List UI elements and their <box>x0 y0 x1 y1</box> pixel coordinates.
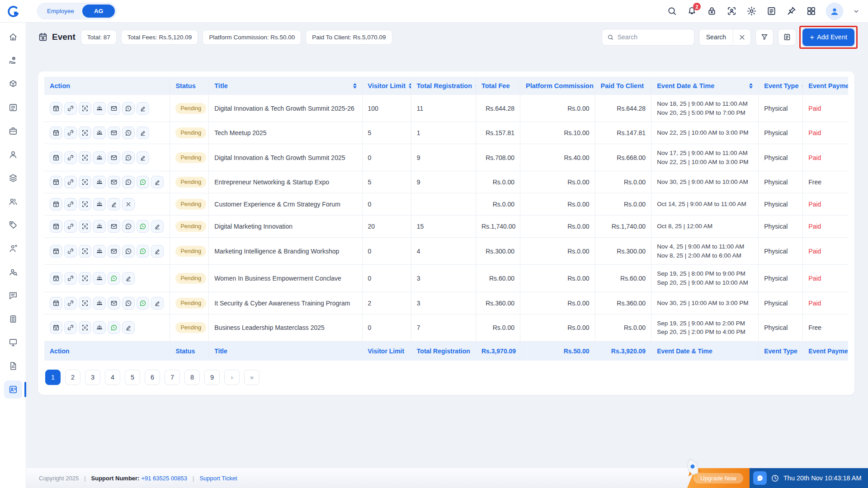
sidebar-item-orders[interactable] <box>4 99 22 117</box>
link-action-button[interactable] <box>64 245 77 258</box>
chevron-down-icon[interactable] <box>853 8 860 15</box>
edit-action-button[interactable] <box>122 321 135 334</box>
chat-icon[interactable] <box>753 471 767 485</box>
link-action-button[interactable] <box>64 127 77 139</box>
edit-action-button[interactable] <box>108 198 120 211</box>
mail-action-button[interactable] <box>108 127 120 139</box>
edit-action-button[interactable] <box>137 102 149 115</box>
role-toggle[interactable]: Employee AG <box>37 3 117 19</box>
audience-action-button[interactable] <box>93 321 106 334</box>
whatsapp-action-button[interactable] <box>122 176 135 188</box>
page-6[interactable]: 6 <box>145 370 160 385</box>
audience-action-button[interactable] <box>93 245 106 258</box>
link-action-button[interactable] <box>64 198 77 211</box>
whatsapp-green-action-button[interactable] <box>137 245 149 258</box>
close-action-button[interactable] <box>122 198 135 211</box>
edit-action-button[interactable] <box>122 272 135 285</box>
face-scan-icon[interactable] <box>726 6 737 16</box>
calendar-action-button[interactable] <box>50 127 62 139</box>
qr-action-button[interactable] <box>79 198 91 211</box>
calendar-action-button[interactable] <box>50 297 62 310</box>
add-event-button[interactable]: + Add Event <box>802 28 854 46</box>
qr-action-button[interactable] <box>79 102 91 115</box>
whatsapp-action-button[interactable] <box>122 127 135 139</box>
edit-action-button[interactable] <box>137 127 149 139</box>
role-employee[interactable]: Employee <box>39 5 82 17</box>
whatsapp-green-action-button[interactable] <box>108 321 120 334</box>
sort-icon[interactable] <box>749 83 753 89</box>
audience-action-button[interactable] <box>93 127 106 139</box>
edit-action-button[interactable] <box>151 220 164 233</box>
role-ag[interactable]: AG <box>82 5 115 18</box>
audience-action-button[interactable] <box>93 272 106 285</box>
pin-icon[interactable] <box>786 6 797 16</box>
mail-action-button[interactable] <box>108 245 120 258</box>
sidebar-item-products[interactable] <box>4 75 22 93</box>
qr-action-button[interactable] <box>79 176 91 188</box>
edit-action-button[interactable] <box>137 151 149 164</box>
calendar-action-button[interactable] <box>50 321 62 334</box>
page-8[interactable]: 8 <box>184 370 200 385</box>
support-number-link[interactable]: +91 63525 00853 <box>141 475 187 482</box>
link-action-button[interactable] <box>64 272 77 285</box>
search-icon[interactable] <box>667 6 677 16</box>
sidebar-item-kiosk[interactable] <box>4 333 22 352</box>
sidebar-item-customers[interactable] <box>4 145 22 164</box>
page-3[interactable]: 3 <box>85 370 100 385</box>
link-action-button[interactable] <box>64 297 77 310</box>
col-header-title[interactable]: Title <box>209 77 362 95</box>
qr-action-button[interactable] <box>79 245 91 258</box>
sidebar-item-pos[interactable] <box>4 310 22 328</box>
sidebar-item-jobs[interactable] <box>4 122 22 140</box>
calendar-action-button[interactable] <box>50 151 62 164</box>
audience-action-button[interactable] <box>93 102 106 115</box>
search-button[interactable]: Search <box>699 29 733 45</box>
mail-action-button[interactable] <box>108 151 120 164</box>
whatsapp-action-button[interactable] <box>122 297 135 310</box>
notes-icon[interactable] <box>766 6 777 16</box>
audience-action-button[interactable] <box>93 297 106 310</box>
col-header-event_type[interactable]: Event Type <box>759 77 803 95</box>
page-7[interactable]: 7 <box>165 370 180 385</box>
mail-action-button[interactable] <box>108 176 120 188</box>
audience-action-button[interactable] <box>93 176 106 188</box>
sidebar-item-staff[interactable] <box>4 239 22 258</box>
next-page-button[interactable]: › <box>224 370 240 385</box>
col-header-total_registration[interactable]: Total Registration <box>411 77 476 95</box>
qr-action-button[interactable] <box>79 127 91 139</box>
whatsapp-action-button[interactable] <box>122 220 135 233</box>
app-logo-icon[interactable] <box>0 5 26 18</box>
filter-button[interactable] <box>755 29 774 46</box>
whatsapp-action-button[interactable] <box>122 151 135 164</box>
mail-action-button[interactable] <box>108 297 120 310</box>
sidebar-item-employees[interactable] <box>4 192 22 211</box>
mail-action-button[interactable] <box>108 102 120 115</box>
support-ticket-link[interactable]: Support Ticket <box>199 475 237 482</box>
page-1[interactable]: 1 <box>45 370 61 385</box>
edit-action-button[interactable] <box>151 245 164 258</box>
col-header-visitor_limit[interactable]: Visitor Limit <box>362 77 411 95</box>
edit-action-button[interactable] <box>151 176 164 188</box>
clear-search-icon[interactable] <box>733 34 750 41</box>
audience-action-button[interactable] <box>93 220 106 233</box>
gear-icon[interactable] <box>746 6 757 16</box>
link-action-button[interactable] <box>64 321 77 334</box>
sort-icon[interactable] <box>409 83 411 89</box>
calendar-action-button[interactable] <box>50 176 62 188</box>
sidebar-item-inventory[interactable] <box>4 169 22 187</box>
sidebar-item-payroll[interactable] <box>4 52 22 70</box>
audience-action-button[interactable] <box>93 151 106 164</box>
col-header-event_datetime[interactable]: Event Date & Time <box>651 77 759 95</box>
calendar-action-button[interactable] <box>50 245 62 258</box>
calendar-action-button[interactable] <box>50 102 62 115</box>
link-action-button[interactable] <box>64 102 77 115</box>
link-action-button[interactable] <box>64 151 77 164</box>
user-avatar[interactable] <box>826 3 843 20</box>
lock-icon[interactable] <box>707 6 717 16</box>
sidebar-item-documents[interactable] <box>4 357 22 375</box>
bell-icon[interactable]: 2 <box>687 6 697 16</box>
link-action-button[interactable] <box>64 176 77 188</box>
audience-action-button[interactable] <box>93 198 106 211</box>
page-9[interactable]: 9 <box>204 370 220 385</box>
whatsapp-action-button[interactable] <box>122 102 135 115</box>
